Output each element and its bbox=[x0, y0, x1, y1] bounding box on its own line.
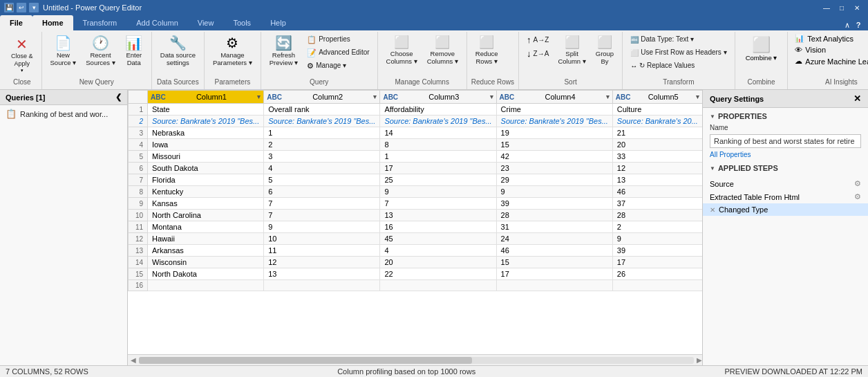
tab-home[interactable]: Home bbox=[32, 15, 73, 30]
row-cell-col1[interactable]: Hawaii bbox=[148, 233, 264, 245]
combine-button[interactable]: ⬜ Combine ▾ bbox=[739, 33, 784, 64]
row-cell-col3[interactable]: 22 bbox=[380, 268, 496, 280]
close-window-button[interactable]: ✕ bbox=[850, 2, 864, 13]
row-cell-col4[interactable]: 9 bbox=[496, 186, 612, 198]
tab-tools[interactable]: Tools bbox=[223, 15, 261, 30]
row-cell-col1[interactable]: Montana bbox=[148, 221, 264, 233]
row-cell-col1[interactable]: Florida bbox=[148, 174, 264, 186]
close-apply-button[interactable]: ✕ Close &Apply ▾ bbox=[7, 33, 37, 76]
row-cell-col2[interactable]: 3 bbox=[264, 151, 380, 163]
row-cell-col3[interactable]: 1 bbox=[380, 151, 496, 163]
horizontal-scrollbar[interactable]: ◀ ▶ bbox=[128, 354, 702, 365]
row-cell-col2[interactable]: 7 bbox=[264, 210, 380, 221]
use-first-row-button[interactable]: ⬜ Use First Row as Headers ▾ bbox=[627, 46, 730, 59]
settings-close-icon[interactable]: ✕ bbox=[853, 93, 861, 104]
row-cell-col3[interactable]: Source: Bankrate's 2019 "Bes... bbox=[380, 116, 496, 127]
row-cell-col3[interactable]: 4 bbox=[380, 245, 496, 257]
row-cell-col3[interactable]: 8 bbox=[380, 139, 496, 151]
row-cell-col2[interactable]: 1 bbox=[264, 127, 380, 139]
column4-header[interactable]: ABC Column4 ▾ bbox=[496, 91, 612, 104]
queries-collapse-icon[interactable]: ❮ bbox=[115, 93, 122, 102]
row-cell-col3[interactable]: 7 bbox=[380, 198, 496, 210]
col5-filter-icon[interactable]: ▾ bbox=[696, 93, 699, 100]
row-cell-col4[interactable]: 31 bbox=[496, 221, 612, 233]
row-cell-col1[interactable]: Iowa bbox=[148, 139, 264, 151]
row-cell-col4[interactable]: 23 bbox=[496, 163, 612, 174]
tab-transform[interactable]: Transform bbox=[73, 15, 127, 30]
row-cell-col4[interactable]: 15 bbox=[496, 257, 612, 268]
sort-ascending-button[interactable]: ↑A→Z bbox=[523, 33, 552, 46]
row-cell-col5[interactable]: Culture bbox=[612, 104, 702, 116]
col3-filter-icon[interactable]: ▾ bbox=[490, 93, 493, 100]
row-cell-col5[interactable]: 20 bbox=[612, 139, 702, 151]
row-cell-col1[interactable]: Wisconsin bbox=[148, 257, 264, 268]
row-cell-col2[interactable]: 7 bbox=[264, 198, 380, 210]
data-type-button[interactable]: 🔤 Data Type: Text ▾ bbox=[627, 33, 730, 46]
row-cell-col4[interactable]: 39 bbox=[496, 198, 612, 210]
text-analytics-button[interactable]: 📊 Text Analytics bbox=[792, 33, 868, 44]
row-cell-col1[interactable]: Missouri bbox=[148, 151, 264, 163]
tab-file[interactable]: File bbox=[0, 15, 32, 30]
row-cell-col1[interactable]: North Carolina bbox=[148, 210, 264, 221]
recent-sources-button[interactable]: 🕐 RecentSources ▾ bbox=[82, 33, 120, 70]
row-cell-col4[interactable]: 15 bbox=[496, 139, 612, 151]
vision-button[interactable]: 👁 Vision bbox=[792, 45, 868, 55]
maximize-button[interactable]: □ bbox=[835, 2, 849, 13]
row-cell-col3[interactable]: 13 bbox=[380, 210, 496, 221]
row-cell-col3[interactable]: 20 bbox=[380, 257, 496, 268]
azure-ml-button[interactable]: ☁ Azure Machine Learning bbox=[792, 56, 868, 66]
applied-step-1[interactable]: Extracted Table From Html⚙ bbox=[703, 190, 868, 203]
row-cell-col4[interactable]: Source: Bankrate's 2019 "Bes... bbox=[496, 116, 612, 127]
row-cell-col1[interactable]: South Dakota bbox=[148, 163, 264, 174]
row-cell-col5[interactable]: Source: Bankrate's 20... bbox=[612, 116, 702, 127]
refresh-preview-button[interactable]: 🔄 RefreshPreview ▾ bbox=[265, 33, 302, 70]
row-cell-col3[interactable]: Affordability bbox=[380, 104, 496, 116]
minimize-button[interactable]: — bbox=[820, 2, 833, 13]
row-cell-col5[interactable]: 26 bbox=[612, 268, 702, 280]
col1-filter-icon[interactable]: ▾ bbox=[257, 93, 261, 100]
dropdown-icon[interactable]: ▾ bbox=[29, 3, 39, 12]
row-cell-col1[interactable]: Source: Bankrate's 2019 "Bes... bbox=[148, 116, 264, 127]
row-cell-col3[interactable]: 16 bbox=[380, 221, 496, 233]
enter-data-button[interactable]: 📊 EnterData bbox=[121, 33, 147, 70]
group-by-button[interactable]: ⬜ GroupBy bbox=[592, 33, 618, 68]
row-cell-col2[interactable]: 9 bbox=[264, 221, 380, 233]
tab-help[interactable]: Help bbox=[261, 15, 296, 30]
row-cell-col4[interactable]: Crime bbox=[496, 104, 612, 116]
row-cell-col2[interactable]: Overall rank bbox=[264, 104, 380, 116]
row-cell-col2[interactable]: 10 bbox=[264, 233, 380, 245]
split-column-button[interactable]: ⬜ SplitColumn ▾ bbox=[554, 33, 589, 68]
row-cell-col5[interactable]: 17 bbox=[612, 257, 702, 268]
row-cell-col1[interactable]: State bbox=[148, 104, 264, 116]
row-cell-col2[interactable]: 4 bbox=[264, 163, 380, 174]
new-source-button[interactable]: 📄 NewSource ▾ bbox=[46, 33, 81, 70]
row-cell-col5[interactable]: 46 bbox=[612, 186, 702, 198]
row-cell-col5[interactable]: 12 bbox=[612, 163, 702, 174]
row-cell-col5[interactable]: 33 bbox=[612, 151, 702, 163]
row-cell-col1[interactable]: Arkansas bbox=[148, 245, 264, 257]
row-cell-col2[interactable]: Source: Bankrate's 2019 "Bes... bbox=[264, 116, 380, 127]
reduce-rows-button[interactable]: ⬜ ReduceRows ▾ bbox=[471, 33, 502, 68]
column1-header[interactable]: ABC Column1 ▾ bbox=[148, 91, 264, 104]
row-cell-col2[interactable]: 13 bbox=[264, 268, 380, 280]
tab-add-column[interactable]: Add Column bbox=[126, 15, 188, 30]
replace-values-button[interactable]: ↔ ↻ Replace Values bbox=[627, 59, 730, 72]
row-cell-col3[interactable]: 14 bbox=[380, 127, 496, 139]
col2-filter-icon[interactable]: ▾ bbox=[373, 93, 377, 100]
row-cell-col4[interactable] bbox=[496, 280, 612, 291]
name-value[interactable]: Ranking of best and worst states for ret… bbox=[710, 134, 861, 148]
row-cell-col1[interactable]: Kansas bbox=[148, 198, 264, 210]
query-item[interactable]: 📋 Ranking of best and wor... bbox=[0, 105, 127, 122]
row-cell-col4[interactable]: 17 bbox=[496, 268, 612, 280]
row-cell-col5[interactable]: 13 bbox=[612, 174, 702, 186]
column3-header[interactable]: ABC Column3 ▾ bbox=[380, 91, 496, 104]
step-gear-icon[interactable]: ⚙ bbox=[854, 179, 861, 188]
row-cell-col3[interactable]: 17 bbox=[380, 163, 496, 174]
row-cell-col4[interactable]: 28 bbox=[496, 210, 612, 221]
all-properties-link[interactable]: All Properties bbox=[703, 149, 868, 160]
row-cell-col2[interactable]: 11 bbox=[264, 245, 380, 257]
row-cell-col2[interactable]: 6 bbox=[264, 186, 380, 198]
step-gear-icon[interactable]: ⚙ bbox=[854, 192, 861, 201]
step-delete-icon[interactable]: ✕ bbox=[710, 206, 715, 214]
manage-button[interactable]: ⚙ Manage ▾ bbox=[303, 59, 372, 72]
